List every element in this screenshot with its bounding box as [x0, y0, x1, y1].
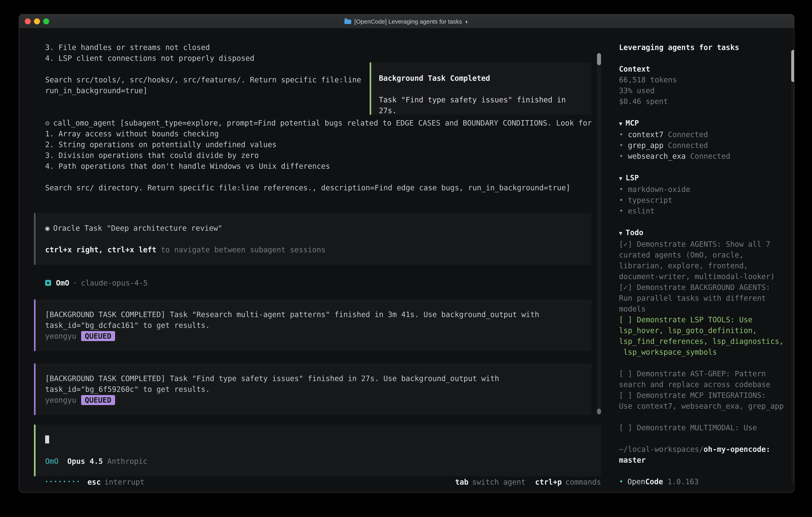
mcp-item-status: Connected	[668, 141, 708, 149]
esc-key-label: interrupt	[104, 477, 144, 487]
todo-heading: Todo	[626, 228, 643, 237]
tab-key-hint: tab	[455, 477, 468, 487]
task-message-line: [BACKGROUND TASK COMPLETED] Task "Resear…	[45, 309, 583, 320]
terminal-window: [OpenCode] Leveraging agents for tasks◐ …	[19, 14, 794, 493]
session-activity-icon: ◐	[465, 18, 469, 25]
mcp-item-name: grep_app	[628, 141, 664, 149]
task-message-line: [BACKGROUND TASK COMPLETED] Task "Find t…	[45, 373, 583, 384]
context-spent: $0.46 spent	[619, 96, 787, 107]
separator-dot: ·	[73, 279, 77, 287]
todo-item-done: [✓] Demonstrate BACKGROUND AGENTS: Run p…	[619, 282, 787, 314]
agent-icon	[45, 280, 51, 286]
oracle-task-icon: ◉	[45, 224, 50, 232]
app-name-code: Code	[645, 478, 663, 486]
task-author: yeongyu	[45, 332, 76, 340]
context-heading: Context	[619, 63, 787, 74]
collapse-caret-icon: ▼	[619, 175, 622, 182]
todo-item-pending: [ ] Demonstrate MULTIMODAL: Use	[619, 422, 787, 433]
bullet-icon: •	[619, 207, 624, 215]
traffic-lights	[25, 15, 49, 28]
task-author: yeongyu	[45, 396, 76, 404]
queued-badge: QUEUED	[81, 395, 115, 405]
task-message-line: task_id="bg_6f59260c" to get results.	[45, 384, 583, 394]
app-version: 1.0.163	[668, 478, 699, 486]
mcp-heading: MCP	[626, 119, 639, 127]
lsp-section: ▼LSP • markdown-oxide • typescript • esl…	[619, 172, 787, 216]
mcp-item-status: Connected	[668, 130, 708, 139]
gear-icon: ⚙	[45, 119, 50, 127]
zoom-button[interactable]	[43, 18, 49, 24]
scrollbar-thumb-secondary[interactable]	[597, 409, 601, 414]
window-body: 3. File handles or streams not closed 4.…	[19, 28, 794, 492]
todo-item-pending: [ ] Demonstrate MCP INTEGRATIONS: Use co…	[619, 390, 787, 411]
tool-call-text: ⚙call_omo_agent [subagent_type=explore, …	[45, 117, 597, 193]
oracle-hint-keys: ctrl+x right, ctrl+x left	[45, 245, 156, 254]
mcp-item-status: Connected	[690, 152, 730, 160]
collapse-caret-icon: ▼	[619, 230, 622, 236]
bullet-icon: •	[619, 196, 624, 204]
status-bar: •••••••• esc interrupt tab switch agent …	[45, 477, 601, 487]
session-sidebar: Leveraging agents for tasks Context 66,5…	[611, 28, 794, 492]
oracle-task-block: ◉Oracle Task "Deep architecture review" …	[34, 213, 591, 265]
ctrlp-key-hint: ctrl+p	[535, 477, 562, 487]
queued-badge: QUEUED	[81, 331, 115, 341]
notification-title: Background Task Completed	[379, 73, 584, 84]
tab-key-label: switch agent	[472, 477, 525, 487]
input-provider-name: Anthropic	[107, 457, 147, 465]
agent-name: OmO	[56, 279, 69, 287]
window-titlebar: [OpenCode] Leveraging agents for tasks◐	[19, 15, 794, 28]
workspace-path-prefix: ~/local-workspaces/	[619, 445, 703, 454]
context-used: 33% used	[619, 85, 787, 96]
mcp-item: • grep_app Connected	[619, 140, 787, 151]
mcp-item-name: context7	[628, 130, 664, 139]
lsp-heading: LSP	[626, 173, 639, 182]
input-model-name: Opus 4.5	[67, 457, 103, 465]
lsp-item: • eslint	[619, 206, 787, 216]
scrollbar-thumb[interactable]	[597, 53, 601, 65]
mcp-item: • context7 Connected	[619, 129, 787, 140]
agent-model: claude-opus-4-5	[81, 279, 148, 287]
todo-item-pending: [ ] Demonstrate AST-GREP: Pattern search…	[619, 368, 787, 390]
bullet-icon: •	[619, 478, 624, 486]
mcp-section-header[interactable]: ▼MCP	[619, 117, 787, 129]
collapse-caret-icon: ▼	[619, 120, 622, 127]
background-task-message-2: [BACKGROUND TASK COMPLETED] Task "Find t…	[34, 363, 591, 415]
tool-call-body: call_omo_agent [subagent_type=explore, p…	[45, 119, 592, 192]
bullet-icon: •	[619, 185, 624, 193]
conversation-scrollbar	[597, 52, 601, 415]
notification-body: Task "Find type safety issues" finished …	[379, 94, 584, 116]
window-title-text: [OpenCode] Leveraging agents for tasks	[354, 18, 462, 25]
desktop-background: [OpenCode] Leveraging agents for tasks◐ …	[0, 0, 812, 517]
sidebar-scrollbar	[791, 48, 794, 484]
minimize-button[interactable]	[34, 18, 40, 24]
todo-section-header[interactable]: ▼Todo	[619, 227, 787, 239]
agent-header: OmO·claude-opus-4-5	[45, 277, 611, 288]
app-version-footer: •OpenCode 1.0.163	[619, 476, 787, 487]
oracle-task-title: Oracle Task "Deep architecture review"	[53, 224, 222, 232]
todo-item-active: [ ] Demonstrate LSP TOOLS: Use lsp_hover…	[619, 314, 787, 357]
task-message-line: task_id="bg_dcfac161" to get results.	[45, 320, 583, 331]
todo-item-done: [✓] Demonstrate AGENTS: Show all 7 curat…	[619, 239, 787, 282]
window-title: [OpenCode] Leveraging agents for tasks◐	[19, 18, 794, 25]
workspace-path: ~/local-workspaces/oh-my-opencode: maste…	[619, 444, 787, 465]
conversation-pane: 3. File handles or streams not closed 4.…	[19, 28, 611, 492]
session-title: Leveraging agents for tasks	[619, 42, 787, 53]
sidebar-scrollbar-thumb[interactable]	[791, 50, 794, 82]
mcp-section: ▼MCP • context7 Connected • grep_app Con…	[619, 117, 787, 162]
prompt-input[interactable]: OmOOpus 4.5Anthropic	[34, 425, 601, 476]
mcp-item-name: websearch_exa	[628, 152, 686, 160]
bullet-icon: •	[619, 152, 624, 160]
background-task-notification: Background Task Completed Task "Find typ…	[370, 62, 591, 115]
text-cursor	[45, 435, 49, 443]
lsp-section-header[interactable]: ▼LSP	[619, 172, 787, 184]
bullet-icon: •	[619, 141, 624, 149]
lsp-item-name: markdown-oxide	[628, 185, 690, 193]
close-button[interactable]	[25, 18, 31, 24]
app-name-open: Open	[628, 478, 645, 486]
workspace-name: oh-my-opencode:	[703, 445, 770, 454]
context-section: Context 66,518 tokens 33% used $0.46 spe…	[619, 63, 787, 107]
todo-section: ▼Todo [✓] Demonstrate AGENTS: Show all 7…	[619, 227, 787, 433]
lsp-item: • markdown-oxide	[619, 184, 787, 195]
lsp-item-name: eslint	[628, 207, 655, 215]
lsp-item-name: typescript	[628, 196, 672, 204]
